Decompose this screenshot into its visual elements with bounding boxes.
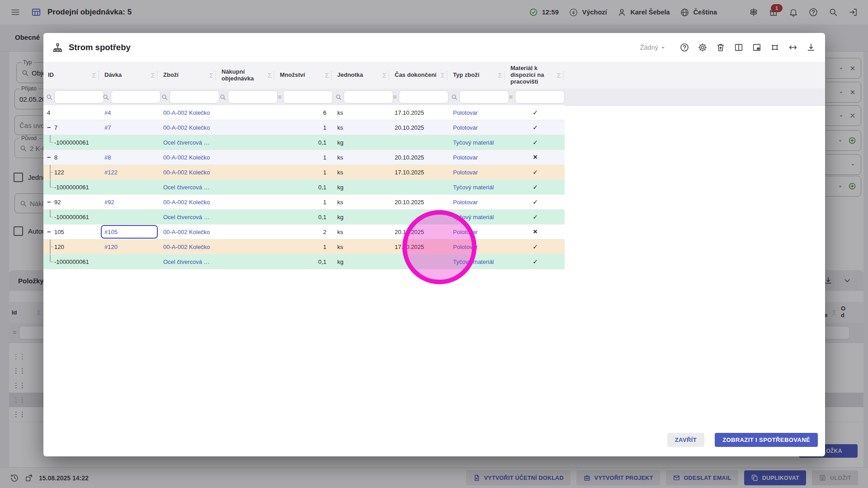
product-type-link[interactable]: Tyčový materiál <box>453 184 494 191</box>
filter-typ-input[interactable] <box>459 90 509 103</box>
column-header-nakupni[interactable]: Nákupní objednávkaΣ <box>217 62 275 89</box>
trash-restore-icon[interactable] <box>716 42 726 52</box>
filter-material-input[interactable] <box>515 90 565 103</box>
collapse-icon[interactable]: − <box>47 124 54 131</box>
tree-row[interactable]: -1000000061Ocel čtvercová …0,1kgTyčový m… <box>43 210 565 225</box>
cell-zbozi[interactable]: Ocel čtvercová … <box>159 135 217 150</box>
product-type-link[interactable]: Polotovar <box>453 154 478 161</box>
product-link[interactable]: Ocel čtvercová … <box>163 139 210 146</box>
product-link[interactable]: 00-A-002 Kolečko <box>163 199 210 206</box>
column-header-jednotka[interactable]: JednotkaΣ <box>333 62 390 89</box>
product-link[interactable]: 00-A-002 Kolečko <box>163 109 210 116</box>
product-type-link[interactable]: Polotovar <box>453 169 478 176</box>
tree-row[interactable]: −8#800-A-002 Kolečko1ks20.10.2025Polotov… <box>43 150 565 165</box>
tree-row[interactable]: 4#400-A-002 Kolečko6ks17.10.2025Polotova… <box>43 105 565 120</box>
batch-link[interactable]: #105 <box>104 229 118 235</box>
settings-gear-icon[interactable] <box>698 42 708 52</box>
cell-davka[interactable]: #122 <box>100 165 159 179</box>
cell-davka[interactable]: #105 <box>101 225 158 239</box>
export-download-icon[interactable] <box>806 42 816 52</box>
cell-davka[interactable]: #8 <box>100 150 159 164</box>
tree-row[interactable]: -1000000061Ocel čtvercová …0,1kgTyčový m… <box>43 135 565 150</box>
cell-typ[interactable]: Polotovar <box>448 165 506 179</box>
sigma-aggregate-icon[interactable]: Σ <box>268 71 272 79</box>
batch-link[interactable]: #122 <box>104 169 118 176</box>
sigma-aggregate-icon[interactable]: Σ <box>151 71 155 79</box>
sigma-aggregate-icon[interactable]: Σ <box>92 71 96 79</box>
cell-zbozi[interactable]: 00-A-002 Kolečko <box>159 225 217 239</box>
cell-zbozi[interactable]: 00-A-002 Kolečko <box>159 120 217 135</box>
batch-link[interactable]: #8 <box>104 154 111 161</box>
split-columns-icon[interactable] <box>734 42 744 52</box>
tree-row[interactable]: −105#10500-A-002 Kolečko2ks20.10.2025Pol… <box>43 225 565 239</box>
collapse-icon[interactable]: − <box>47 228 54 235</box>
tree-row[interactable]: −92#9200-A-002 Kolečko1ks20.10.2025Polot… <box>43 195 565 210</box>
cell-zbozi[interactable]: 00-A-002 Kolečko <box>159 105 217 120</box>
product-link[interactable]: 00-A-002 Kolečko <box>163 124 210 131</box>
help-icon[interactable] <box>679 42 689 52</box>
cell-zbozi[interactable]: Ocel čtvercová … <box>159 210 217 224</box>
cell-davka[interactable] <box>100 180 159 194</box>
tree-row[interactable]: 120#12000-A-002 Kolečko1ks17.10.2025Polo… <box>43 239 565 254</box>
product-link[interactable]: 00-A-002 Kolečko <box>163 244 210 250</box>
cell-typ[interactable]: Tyčový materiál <box>448 135 506 150</box>
tree-row[interactable]: 122#12200-A-002 Kolečko1ks17.10.2025Polo… <box>43 165 565 180</box>
sigma-aggregate-icon[interactable]: Σ <box>209 71 213 79</box>
column-header-mnozstvi[interactable]: MnožstvíΣ <box>275 62 333 89</box>
filter-jednotka-input[interactable] <box>344 90 393 103</box>
column-header-id[interactable]: IDΣ <box>43 62 100 89</box>
cell-davka[interactable]: #4 <box>100 105 159 120</box>
cell-zbozi[interactable]: 00-A-002 Kolečko <box>159 150 217 164</box>
product-type-link[interactable]: Tyčový materiál <box>453 139 494 146</box>
product-link[interactable]: 00-A-002 Kolečko <box>163 169 210 176</box>
layout-pip-icon[interactable] <box>752 42 762 52</box>
cell-zbozi[interactable]: 00-A-002 Kolečko <box>159 195 217 209</box>
column-header-material[interactable]: Materiál k dispozici na pracovištiΣ <box>506 62 565 89</box>
cell-typ[interactable]: Polotovar <box>448 150 506 164</box>
product-link[interactable]: 00-A-002 Kolečko <box>163 229 210 235</box>
expand-horizontal-icon[interactable] <box>788 42 798 52</box>
column-header-zbozi[interactable]: ZbožíΣ <box>159 62 217 89</box>
preset-dropdown[interactable]: Žádný <box>640 44 667 52</box>
filter-cas-input[interactable] <box>399 90 448 103</box>
batch-link[interactable]: #4 <box>104 109 111 116</box>
product-type-link[interactable]: Polotovar <box>453 109 478 116</box>
product-type-link[interactable]: Polotovar <box>453 124 478 131</box>
cell-typ[interactable]: Polotovar <box>448 105 506 120</box>
tree-row[interactable]: -1000000061Ocel čtvercová …0,1kgTyčový m… <box>43 180 565 195</box>
show-consumed-button[interactable]: ZOBRAZIT I SPOTŘEBOVANÉ <box>715 433 818 447</box>
sigma-aggregate-icon[interactable]: Σ <box>382 71 387 79</box>
cell-zbozi[interactable]: 00-A-002 Kolečko <box>159 165 217 179</box>
sigma-aggregate-icon[interactable]: Σ <box>441 71 445 79</box>
cell-typ[interactable]: Tyčový materiál <box>448 180 506 194</box>
batch-link[interactable]: #92 <box>104 199 114 206</box>
cell-davka[interactable] <box>100 254 159 269</box>
batch-link[interactable]: #7 <box>104 124 111 131</box>
cell-davka[interactable]: #7 <box>100 120 159 135</box>
cell-zbozi[interactable]: 00-A-002 Kolečko <box>159 239 217 254</box>
product-type-link[interactable]: Polotovar <box>453 199 478 206</box>
filter-zbozi-input[interactable] <box>170 90 219 103</box>
cell-davka[interactable] <box>100 135 159 150</box>
batch-link[interactable]: #120 <box>104 244 118 250</box>
cell-davka[interactable]: #120 <box>100 239 159 254</box>
product-link[interactable]: 00-A-002 Kolečko <box>163 154 210 161</box>
product-link[interactable]: Ocel čtvercová … <box>163 258 210 265</box>
product-link[interactable]: Ocel čtvercová … <box>163 214 210 221</box>
column-header-cas[interactable]: Čas dokončeníΣ <box>390 62 448 89</box>
sigma-aggregate-icon[interactable]: Σ <box>557 71 561 79</box>
cell-davka[interactable]: #92 <box>100 195 159 209</box>
collapse-icon[interactable]: − <box>47 198 54 206</box>
filter-nakupni-input[interactable] <box>228 90 278 103</box>
collapse-icon[interactable]: − <box>47 154 54 161</box>
filter-davka-input[interactable] <box>111 90 160 103</box>
cell-davka[interactable] <box>100 210 159 224</box>
cell-zbozi[interactable]: Ocel čtvercová … <box>159 180 217 194</box>
cell-typ[interactable]: Polotovar <box>448 120 506 135</box>
sigma-aggregate-icon[interactable]: Σ <box>325 71 329 79</box>
selection-frame-icon[interactable] <box>770 42 780 52</box>
product-link[interactable]: Ocel čtvercová … <box>163 184 210 191</box>
column-header-typ[interactable]: Typ zbožíΣ <box>448 62 506 89</box>
column-header-davka[interactable]: DávkaΣ <box>100 62 159 89</box>
cell-typ[interactable]: Polotovar <box>448 195 506 209</box>
